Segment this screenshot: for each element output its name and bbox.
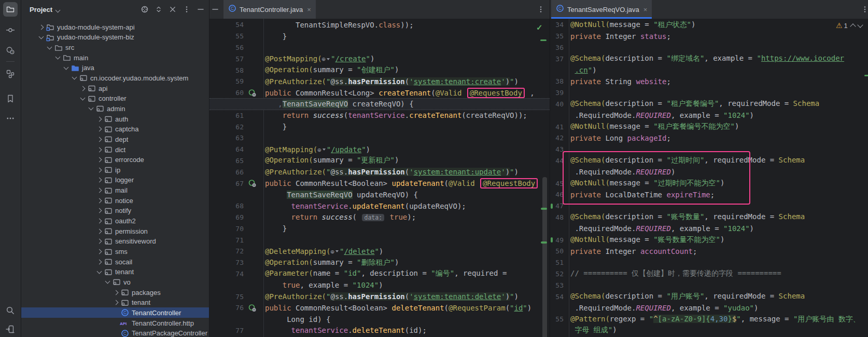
editor-tenantcontroller[interactable]: ✓ 54 TenantSimpleRespVO.class));55 }5657… [209,19,550,337]
chevron-right-icon[interactable] [96,178,102,183]
code-line-37[interactable]: 37@Schema(description = "绑定域名", example … [550,53,868,64]
code-line-55[interactable]: 55@Pattern(regexp = "^[a-zA-Z0-9]{4,30}$… [550,314,868,325]
chevron-down-icon[interactable] [105,279,110,284]
tree-item-logger[interactable]: logger [21,175,209,185]
chevron-down-icon[interactable] [38,34,44,39]
hide-window-icon[interactable] [211,5,219,14]
run-endpoint-icon[interactable] [248,89,258,97]
help-chat-icon[interactable]: ? [3,43,18,58]
code-line-wrap[interactable]: .RequiredMode.REQUIRED, example = "yudao… [550,302,868,314]
project-panel-title[interactable]: Project [30,6,52,14]
services-tool-icon[interactable] [3,322,18,336]
editor-tenantsavereqvo[interactable]: ⚠1 34@NotNull(message = "租户状态")35private… [550,19,868,337]
code-line-75[interactable]: 75@PreAuthorize("@ss.hasPermission('syst… [209,291,550,302]
run-endpoint-icon[interactable] [248,304,258,312]
close-icon[interactable]: × [643,6,648,14]
chevron-down-icon[interactable] [47,44,52,49]
tree-item-controller[interactable]: controller [21,93,209,104]
project-tool-icon[interactable] [3,2,18,17]
close-icon[interactable]: × [307,6,311,14]
chevron-right-icon[interactable] [113,300,118,305]
chevron-right-icon[interactable] [96,127,102,132]
code-line-73[interactable]: 73@Operation(summary = "删除租户") [209,257,550,268]
tree-item-tenantcontroller-http[interactable]: APITenantController.http [21,318,209,328]
tree-item-errorcode[interactable]: errorcode [21,155,209,165]
tree-item-sensitiveword[interactable]: sensitiveword [21,236,209,247]
code-line-34[interactable]: 34@NotNull(message = "租户状态") [550,19,868,31]
tree-item-yudao-module-system-biz[interactable]: yudao-module-system-biz [21,32,209,43]
expand-collapse-icon[interactable] [155,5,163,14]
structure-tool-icon[interactable] [3,66,18,81]
chevron-down-icon[interactable] [72,75,77,80]
tree-item-auth[interactable]: auth [21,114,209,124]
code-line-58[interactable]: 58@Operation(summary = "创建租户") [209,64,550,76]
tree-item-mail[interactable]: mail [21,185,209,196]
tree-item-src[interactable]: src [21,43,209,53]
code-line-45[interactable]: 45@NotNull(message = "过期时间不能为空") [550,178,868,189]
code-line-wrap[interactable]: .RequiredMode.REQUIRED) [550,166,868,178]
tree-item-permission[interactable]: permission [21,226,209,236]
tab-tenantsavereqvo-java[interactable]: C TenantSaveReqVO.java × [551,0,652,19]
chevron-right-icon[interactable] [96,249,102,254]
code-line-50[interactable]: 50private Integer accountCount; [550,246,868,257]
tree-item-tenantpackagecontroller[interactable]: CTenantPackageController [21,328,209,337]
locate-file-icon[interactable] [141,5,149,14]
code-line-62[interactable]: 62 } [209,121,550,132]
code-line-38[interactable]: 38private String website; [550,76,868,87]
chevron-down-icon[interactable] [96,268,102,274]
code-line-40[interactable]: 40@Schema(description = "租户套餐编号", requir… [550,99,868,110]
code-line-wrap[interactable]: 字母 组成") [550,325,868,336]
tree-item-vo[interactable]: vo [21,277,209,287]
chevron-right-icon[interactable] [96,167,102,172]
search-icon[interactable] [3,303,18,318]
tree-item-tenant[interactable]: tenant [21,267,209,277]
code-line-36[interactable]: 36 [550,42,868,53]
code-line-48[interactable]: 48@Schema(description = "账号数量", required… [550,212,868,223]
chevron-right-icon[interactable] [96,239,102,244]
tree-item-notify[interactable]: notify [21,206,209,216]
chevron-down-icon[interactable] [63,64,68,70]
code-line-52[interactable]: 52// ========== 仅【创建】时，需要传递的字段 =========… [550,268,868,280]
chevron-right-icon[interactable] [96,259,102,264]
chevron-down-icon[interactable] [55,55,60,60]
chevron-right-icon[interactable] [96,228,102,234]
tree-item-ip[interactable]: ip [21,165,209,175]
editor-options-icon[interactable] [537,5,545,14]
code-line-42[interactable]: 42private Long packageId; [550,132,868,144]
code-line-wrap[interactable]: .RequiredMode.REQUIRED, example = "1024"… [550,110,868,121]
code-line-66[interactable]: 66@PreAuthorize("@ss.hasPermission('syst… [209,166,550,178]
hide-panel-icon[interactable] [197,5,205,14]
tree-item-oauth2[interactable]: oauth2 [21,216,209,226]
code-line-wrap[interactable]: .RequiredMode.REQUIRED, example = "1024"… [550,223,868,234]
tree-item-captcha[interactable]: captcha [21,124,209,134]
chevron-right-icon[interactable] [38,24,44,30]
inspection-ok-icon[interactable]: ✓ [536,23,543,32]
chevron-right-icon[interactable] [96,188,102,193]
chevron-down-icon[interactable] [80,95,85,100]
code-line-68[interactable]: 68 tenantService.updateTenant(updateReqV… [209,200,550,212]
code-line-39[interactable]: 39 [550,87,868,99]
tree-item-packages[interactable]: packages [21,287,209,298]
tree-item-dept[interactable]: dept [21,134,209,144]
code-line-76[interactable]: 76public CommonResult<Boolean> deleteTen… [209,302,550,314]
code-line-54[interactable]: 54 TenantSimpleRespVO.class)); [209,19,550,31]
tab-tenantcontroller-java[interactable]: C TenantController.java × [223,0,316,19]
code-line-wrap[interactable]: Long id) { [209,314,550,325]
tree-item-admin[interactable]: admin [21,103,209,114]
chevron-right-icon[interactable] [96,147,102,152]
next-problem-icon[interactable] [857,22,863,28]
code-line-70[interactable]: 70 } [209,223,550,234]
inspection-widget[interactable]: ⚠1 [836,21,862,30]
code-line-49[interactable]: 49@NotNull(message = "账号数量不能为空") [550,234,868,246]
code-line-69[interactable]: 69 return success( data: true); [209,212,550,223]
editor-options-icon[interactable] [861,5,868,14]
code-line-74[interactable]: 74@Parameter(name = "id", description = … [209,268,550,280]
code-line-56[interactable]: 56 [209,42,550,53]
code-line-35[interactable]: 35private Integer status; [550,31,868,42]
bookmarks-tool-icon[interactable] [3,91,18,106]
commit-tool-icon[interactable] [3,23,18,37]
code-line-72[interactable]: 72@DeleteMapping(⊕"/delete") [209,246,550,257]
chevron-right-icon[interactable] [113,290,118,295]
tree-item-tenantcontroller[interactable]: CTenantController [21,307,209,318]
chevron-right-icon[interactable] [96,219,102,224]
